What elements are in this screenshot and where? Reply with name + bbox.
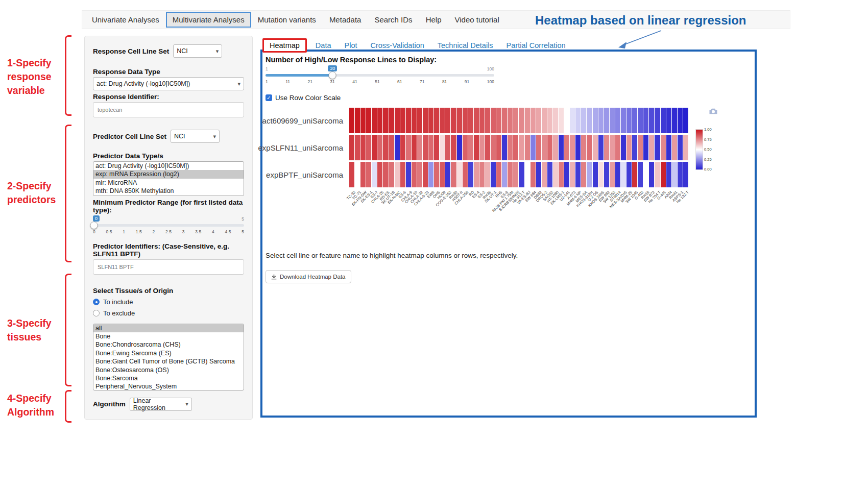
heatmap-cell-r3-c59[interactable] bbox=[678, 162, 683, 187]
heatmap-cell-r2-c57[interactable] bbox=[666, 135, 671, 160]
heatmap-cell-r1-c49[interactable] bbox=[621, 108, 626, 133]
heatmap-cell-r3-c57[interactable] bbox=[666, 162, 671, 187]
heatmap-cell-r2-c45[interactable] bbox=[598, 135, 604, 160]
heatmap-cell-r3-c58[interactable] bbox=[672, 162, 677, 187]
heatmap-cell-r2-c59[interactable] bbox=[678, 135, 683, 160]
predictor-cell-line-set-select[interactable]: NCI ▾ bbox=[171, 130, 220, 143]
heatmap-cell-r1-c11[interactable] bbox=[406, 108, 411, 133]
heatmap-cell-r3-c6[interactable] bbox=[377, 162, 382, 187]
heatmap-cell-r3-c50[interactable] bbox=[626, 162, 632, 187]
heatmap-cell-r1-c33[interactable] bbox=[531, 108, 536, 133]
heatmap-cell-r3-c14[interactable] bbox=[423, 162, 428, 187]
heatmap-cell-r1-c9[interactable] bbox=[395, 108, 400, 133]
heatmap-cell-r2-c11[interactable] bbox=[406, 135, 411, 160]
list-option-mth-dna-850k-methylation[interactable]: mth: DNA 850K Methylation bbox=[93, 187, 244, 195]
heatmap-cell-r2-c18[interactable] bbox=[445, 135, 450, 160]
heatmap-cell-r3-c49[interactable] bbox=[621, 162, 626, 187]
heatmap-cell-r2-c35[interactable] bbox=[542, 135, 547, 160]
heatmap-cell-r3-c46[interactable] bbox=[604, 162, 609, 187]
heatmap-cell-r3-c55[interactable] bbox=[655, 162, 660, 187]
heatmap-cell-r3-c34[interactable] bbox=[536, 162, 541, 187]
heatmap-cell-r3-c38[interactable] bbox=[559, 162, 564, 187]
heatmap-cell-r1-c54[interactable] bbox=[649, 108, 654, 133]
heatmap-cell-r1-c8[interactable] bbox=[389, 108, 394, 133]
list-option-all[interactable]: all bbox=[93, 324, 244, 332]
min-predictor-range-slider[interactable]: 0 5 00.511.522.533.544.55 bbox=[93, 215, 244, 237]
heatmap-cell-r2-c52[interactable] bbox=[638, 135, 643, 160]
heatmap-cell-r3-c51[interactable] bbox=[632, 162, 637, 187]
list-option-bone-giant-cell-tumor-of-bone-gctb-sarcoma[interactable]: Bone:Giant Cell Tumor of Bone (GCTB) Sar… bbox=[93, 357, 244, 365]
heatmap-cell-r1-c52[interactable] bbox=[638, 108, 643, 133]
camera-icon[interactable] bbox=[709, 108, 718, 115]
heatmap-cell-r2-c48[interactable] bbox=[615, 135, 620, 160]
heatmap-cell-r2-c8[interactable] bbox=[389, 135, 394, 160]
nav-item-multivariate-analyses[interactable]: Multivariate Analyses bbox=[166, 12, 251, 28]
heatmap-cell-r1-c45[interactable] bbox=[598, 108, 604, 133]
list-option-bone[interactable]: Bone bbox=[93, 332, 244, 340]
tab-partial-correlation[interactable]: Partial Correlation bbox=[500, 39, 572, 52]
heatmap-cell-r1-c58[interactable] bbox=[672, 108, 677, 133]
heatmap-cell-r1-c39[interactable] bbox=[564, 108, 569, 133]
heatmap-cell-r2-c56[interactable] bbox=[661, 135, 666, 160]
heatmap-cell-r3-c15[interactable] bbox=[428, 162, 433, 187]
heatmap-cell-r1-c48[interactable] bbox=[615, 108, 620, 133]
heatmap-cell-r2-c12[interactable] bbox=[412, 135, 417, 160]
list-option-bone-sarcoma[interactable]: Bone:Sarcoma bbox=[93, 374, 244, 382]
heatmap-cell-r1-c20[interactable] bbox=[457, 108, 462, 133]
heatmap-cell-r1-c21[interactable] bbox=[463, 108, 468, 133]
heatmap-cell-r1-c13[interactable] bbox=[417, 108, 422, 133]
heatmap-cell-r1-c43[interactable] bbox=[587, 108, 592, 133]
heatmap-cell-r2-c29[interactable] bbox=[508, 135, 513, 160]
heatmap-cell-r3-c44[interactable] bbox=[593, 162, 598, 187]
heatmap-cell-r1-c29[interactable] bbox=[508, 108, 513, 133]
tissue-include-radio[interactable] bbox=[93, 299, 100, 305]
heatmap-cell-r1-c32[interactable] bbox=[525, 108, 530, 133]
heatmap-cell-r2-c40[interactable] bbox=[570, 135, 575, 160]
heatmap-cell-r1-c31[interactable] bbox=[519, 108, 524, 133]
heatmap-cell-r1-c27[interactable] bbox=[496, 108, 501, 133]
heatmap-cell-r1-c10[interactable] bbox=[400, 108, 405, 133]
heatmap-cell-r2-c39[interactable] bbox=[564, 135, 569, 160]
heatmap-cell-r3-c4[interactable] bbox=[366, 162, 371, 187]
heatmap-cell-r3-c17[interactable] bbox=[440, 162, 445, 187]
list-option-bone-osteosarcoma-os[interactable]: Bone:Osteosarcoma (OS) bbox=[93, 366, 244, 374]
heatmap-cell-r2-c14[interactable] bbox=[423, 135, 428, 160]
heatmap-cell-r2-c53[interactable] bbox=[643, 135, 648, 160]
heatmap-cell-r1-c2[interactable] bbox=[355, 108, 360, 133]
heatmap-cell-r2-c43[interactable] bbox=[587, 135, 592, 160]
predictor-identifiers-input[interactable] bbox=[93, 259, 244, 275]
heatmap-cell-r3-c41[interactable] bbox=[575, 162, 581, 187]
heatmap-cell-r3-c19[interactable] bbox=[451, 162, 456, 187]
heatmap-cell-r3-c27[interactable] bbox=[496, 162, 501, 187]
heatmap-cell-r1-c36[interactable] bbox=[547, 108, 552, 133]
list-option-bone-chondrosarcoma-chs[interactable]: Bone:Chondrosarcoma (CHS) bbox=[93, 340, 244, 349]
heatmap-cell-r3-c43[interactable] bbox=[587, 162, 592, 187]
heatmap-cell-r1-c17[interactable] bbox=[440, 108, 445, 133]
algorithm-select[interactable]: Linear Regression ▾ bbox=[130, 398, 192, 411]
heatmap-cell-r3-c33[interactable] bbox=[531, 162, 536, 187]
heatmap-cell-r1-c26[interactable] bbox=[491, 108, 496, 133]
heatmap-cell-r3-c56[interactable] bbox=[661, 162, 666, 187]
heatmap-cell-r2-c58[interactable] bbox=[672, 135, 677, 160]
response-identifier-input[interactable] bbox=[93, 102, 244, 117]
list-option-act-drug-activity-log10-ic50m[interactable]: act: Drug Activity (-log10[IC50M]) bbox=[93, 162, 244, 170]
heatmap-cell-r3-c9[interactable] bbox=[395, 162, 400, 187]
heatmap-cell-r2-c13[interactable] bbox=[417, 135, 422, 160]
heatmap-cell-r3-c24[interactable] bbox=[479, 162, 485, 187]
heatmap-cell-r2-c6[interactable] bbox=[377, 135, 382, 160]
heatmap-cell-r2-c4[interactable] bbox=[366, 135, 371, 160]
tissue-exclude-radio[interactable] bbox=[93, 310, 100, 316]
download-heatmap-data-button[interactable]: Download Heatmap Data bbox=[266, 270, 351, 283]
heatmap-cell-r2-c27[interactable] bbox=[496, 135, 501, 160]
heatmap-cell-r2-c32[interactable] bbox=[525, 135, 530, 160]
heatmap-cell-r3-c39[interactable] bbox=[564, 162, 569, 187]
heatmap-cell-r3-c3[interactable] bbox=[360, 162, 366, 187]
list-option-peripheral-nervous-system[interactable]: Peripheral_Nervous_System bbox=[93, 382, 244, 390]
heatmap-cell-r2-c21[interactable] bbox=[463, 135, 468, 160]
heatmap-cell-r3-c2[interactable] bbox=[355, 162, 360, 187]
heatmap-cell-r3-c60[interactable] bbox=[683, 162, 688, 187]
list-option-exp-mrna-expression-log2[interactable]: exp: mRNA Expression (log2) bbox=[93, 170, 244, 178]
heatmap-cell-r3-c42[interactable] bbox=[581, 162, 586, 187]
heatmap-cell-r2-c50[interactable] bbox=[626, 135, 632, 160]
heatmap-cell-r1-c56[interactable] bbox=[661, 108, 666, 133]
